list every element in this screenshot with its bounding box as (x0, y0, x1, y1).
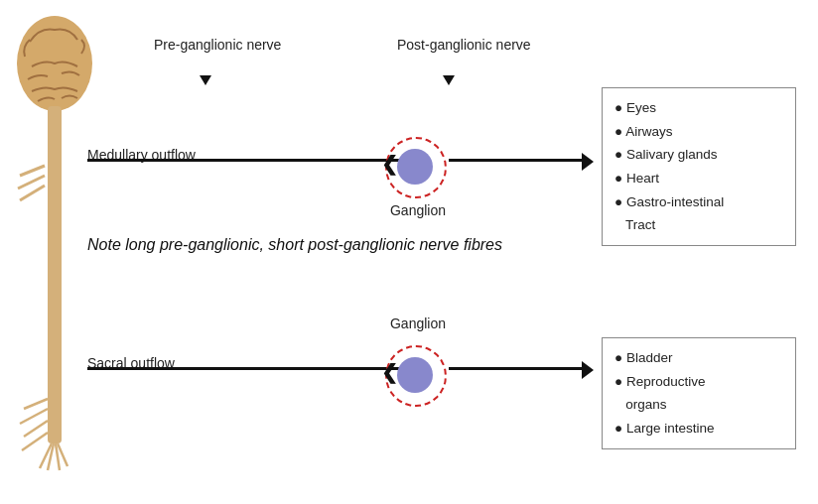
ganglion-circle-bottom (397, 357, 433, 393)
pre-ganglionic-arrow (200, 75, 211, 85)
post-ganglionic-arrow (443, 75, 455, 85)
post-ganglionic-line (449, 159, 588, 162)
ganglion-chevron-top: ❮ (381, 152, 398, 176)
ganglion-label-top: Ganglion (387, 202, 449, 218)
svg-line-6 (20, 409, 48, 424)
post-ganglionic-label: Post-ganglionic nerve (397, 36, 531, 54)
info-item-salivary: ● Salivary glands (614, 143, 783, 167)
sacral-info-box: ● Bladder ● Reproductive organs ● Large … (602, 337, 796, 449)
svg-line-5 (24, 399, 48, 409)
info-item-repro: ● Reproductive organs (614, 370, 783, 417)
post-ganglionic-arrow-right (582, 153, 594, 171)
pre-ganglionic-label: Pre-ganglionic nerve (154, 36, 281, 54)
svg-line-2 (20, 166, 45, 176)
pre-ganglionic-line (87, 159, 415, 162)
sacral-post-ganglionic-line (449, 367, 588, 370)
sacral-post-ganglionic-arrow-right (582, 361, 594, 379)
diagram: Pre-ganglionic nerve Post-ganglionic ner… (0, 0, 818, 504)
info-item-eyes: ● Eyes (614, 96, 783, 120)
info-item-heart: ● Heart (614, 167, 783, 190)
info-item-airways: ● Airways (614, 120, 783, 144)
ganglion-chevron-bottom: ❮ (381, 360, 398, 384)
info-item-gi: ● Gastro-intestinal Tract (614, 190, 783, 237)
note-text: Note long pre-ganglionic, short post-gan… (87, 236, 502, 254)
sacral-pre-ganglionic-line (87, 367, 415, 370)
brain-svg (10, 12, 99, 478)
svg-rect-1 (48, 106, 62, 443)
ganglion-label-bottom: Ganglion (387, 315, 449, 331)
ganglion-circle-top (397, 149, 433, 185)
svg-line-4 (20, 186, 45, 200)
info-item-intestine: ● Large intestine (614, 417, 783, 441)
medullary-info-box: ● Eyes ● Airways ● Salivary glands ● Hea… (602, 87, 796, 246)
info-item-bladder: ● Bladder (614, 346, 783, 370)
